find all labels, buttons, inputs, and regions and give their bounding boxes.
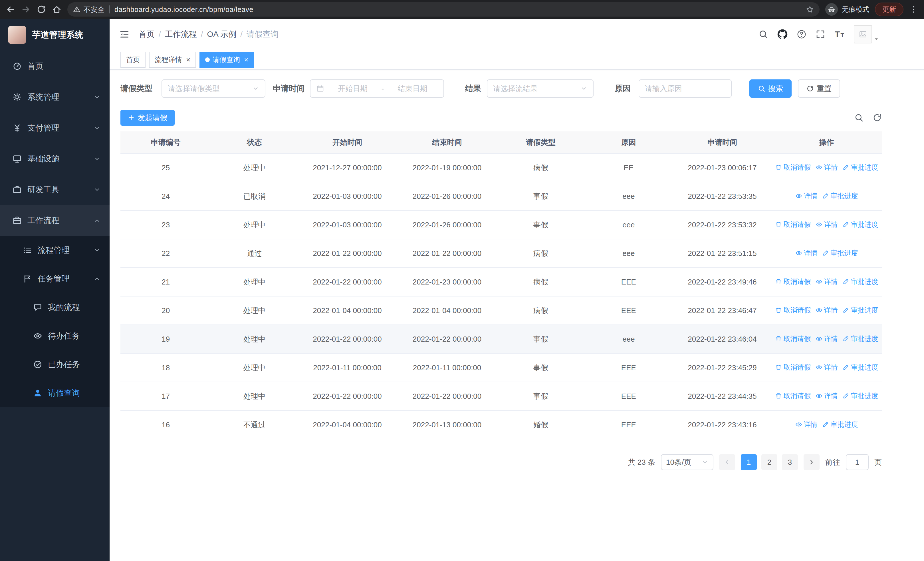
detail-action-link[interactable]: 详情 bbox=[816, 363, 838, 372]
end-date-placeholder: 结束日期 bbox=[387, 84, 438, 94]
cell-apply-time: 2022-01-22 23:53:35 bbox=[673, 182, 771, 211]
leave-type-select[interactable]: 请选择请假类型 bbox=[162, 80, 266, 98]
header-search-button[interactable] bbox=[759, 29, 768, 39]
progress-action-link[interactable]: 审批进度 bbox=[822, 420, 858, 429]
app-logo[interactable]: 芋道管理系统 bbox=[0, 19, 110, 51]
next-page-button[interactable] bbox=[804, 454, 819, 470]
cell-end-time: 2022-01-22 00:00:00 bbox=[397, 239, 497, 268]
breadcrumb-item[interactable]: 首页 bbox=[139, 29, 154, 40]
forward-button[interactable] bbox=[21, 5, 31, 14]
sidebar-item-my-process[interactable]: 我的流程 bbox=[0, 293, 110, 322]
progress-action-link[interactable]: 审批进度 bbox=[842, 220, 878, 229]
reason-input[interactable] bbox=[639, 80, 732, 98]
trash-icon bbox=[775, 164, 782, 171]
reload-button[interactable] bbox=[36, 5, 46, 14]
back-button[interactable] bbox=[6, 5, 15, 14]
help-button[interactable] bbox=[797, 29, 806, 39]
result-select[interactable]: 请选择流结果 bbox=[487, 80, 594, 98]
page-size-select[interactable]: 10条/页 bbox=[661, 454, 713, 470]
reset-button[interactable]: 重置 bbox=[798, 80, 840, 98]
star-icon bbox=[806, 5, 814, 14]
update-button[interactable]: 更新 bbox=[875, 3, 903, 16]
progress-action-link[interactable]: 审批进度 bbox=[842, 334, 878, 343]
sidebar-item-system-mgmt[interactable]: 系统管理 bbox=[0, 82, 110, 113]
progress-action-link[interactable]: 审批进度 bbox=[822, 191, 858, 200]
cell-id: 21 bbox=[120, 268, 211, 296]
progress-action-link[interactable]: 审批进度 bbox=[842, 363, 878, 372]
security-status[interactable]: 不安全 bbox=[73, 5, 105, 14]
cancel-action-link[interactable]: 取消请假 bbox=[775, 334, 811, 343]
tab-close-icon[interactable]: × bbox=[186, 56, 190, 63]
sidebar-item-workflow[interactable]: 工作流程 bbox=[0, 205, 110, 236]
goto-page-input[interactable] bbox=[846, 454, 868, 470]
sidebar-item-leave-query[interactable]: 请假查询 bbox=[0, 379, 110, 407]
page-button-3[interactable]: 3 bbox=[782, 454, 798, 470]
detail-action-link[interactable]: 详情 bbox=[795, 420, 818, 429]
cancel-action-link[interactable]: 取消请假 bbox=[775, 391, 811, 400]
prev-page-button[interactable] bbox=[719, 454, 735, 470]
sidebar-item-task-mgmt[interactable]: 任务管理 bbox=[0, 265, 110, 293]
breadcrumb-item[interactable]: 工作流程 bbox=[165, 29, 197, 40]
detail-action-link[interactable]: 详情 bbox=[795, 248, 818, 258]
sidebar-item-todo-tasks[interactable]: 待办任务 bbox=[0, 322, 110, 350]
sidebar-item-done-tasks[interactable]: 已办任务 bbox=[0, 350, 110, 379]
chevron-down-icon bbox=[252, 85, 259, 92]
user-avatar-menu[interactable] bbox=[854, 25, 879, 44]
table-search-toggle-button[interactable] bbox=[854, 113, 864, 122]
edit-icon bbox=[842, 393, 849, 399]
cancel-action-link[interactable]: 取消请假 bbox=[775, 277, 811, 286]
detail-action-link[interactable]: 详情 bbox=[816, 391, 838, 400]
browser-toolbar: 不安全 dashboard.yudao.iocoder.cn/bpm/oa/le… bbox=[0, 0, 924, 19]
cancel-action-link[interactable]: 取消请假 bbox=[775, 220, 811, 229]
bookmark-star-button[interactable] bbox=[806, 5, 814, 14]
submenu-workflow: 流程管理任务管理我的流程待办任务已办任务请假查询 bbox=[0, 236, 110, 407]
progress-action-link[interactable]: 审批进度 bbox=[842, 277, 878, 286]
browser-menu-button[interactable] bbox=[909, 5, 918, 14]
progress-action-link[interactable]: 审批进度 bbox=[842, 163, 878, 172]
home-button[interactable] bbox=[52, 5, 62, 14]
progress-action-link[interactable]: 审批进度 bbox=[842, 391, 878, 400]
detail-action-link[interactable]: 详情 bbox=[816, 277, 838, 286]
detail-action-link[interactable]: 详情 bbox=[816, 305, 838, 315]
progress-action-link[interactable]: 审批进度 bbox=[822, 248, 858, 258]
cancel-action-link[interactable]: 取消请假 bbox=[775, 163, 811, 172]
tab-home[interactable]: 首页 bbox=[120, 52, 146, 68]
sidebar-item-label: 待办任务 bbox=[48, 331, 80, 341]
cancel-action-link[interactable]: 取消请假 bbox=[775, 363, 811, 372]
sidebar-item-dev-tools[interactable]: 研发工具 bbox=[0, 174, 110, 205]
search-button[interactable]: 搜索 bbox=[749, 80, 792, 98]
sidebar-item-infrastructure[interactable]: 基础设施 bbox=[0, 143, 110, 174]
detail-action-link[interactable]: 详情 bbox=[816, 220, 838, 229]
detail-action-link[interactable]: 详情 bbox=[816, 163, 838, 172]
column-header: 开始时间 bbox=[298, 131, 397, 153]
detail-action-link[interactable]: 详情 bbox=[816, 334, 838, 343]
address-bar[interactable]: 不安全 dashboard.yudao.iocoder.cn/bpm/oa/le… bbox=[68, 2, 819, 17]
sidebar-item-home[interactable]: 首页 bbox=[0, 51, 110, 82]
chevron-down-icon bbox=[94, 186, 100, 193]
progress-action-link[interactable]: 审批进度 bbox=[842, 305, 878, 315]
tab-close-icon[interactable]: × bbox=[244, 56, 248, 63]
chevron-down-icon bbox=[94, 125, 100, 131]
refresh-icon bbox=[873, 113, 882, 122]
detail-action-link[interactable]: 详情 bbox=[795, 191, 818, 200]
trash-icon bbox=[775, 364, 782, 371]
page-button-1[interactable]: 1 bbox=[741, 454, 757, 470]
sidebar-item-process-mgmt[interactable]: 流程管理 bbox=[0, 236, 110, 265]
table-refresh-button[interactable] bbox=[873, 113, 882, 122]
github-link[interactable] bbox=[777, 29, 788, 39]
apply-time-range-picker[interactable]: 开始日期 - 结束日期 bbox=[310, 80, 444, 98]
edit-icon bbox=[822, 250, 829, 257]
cell-id: 24 bbox=[120, 182, 211, 211]
question-icon bbox=[797, 29, 806, 39]
table-toolbar: 发起请假 bbox=[120, 110, 882, 126]
fullscreen-button[interactable] bbox=[816, 29, 825, 39]
sidebar-item-payment-mgmt[interactable]: 支付管理 bbox=[0, 113, 110, 143]
cancel-action-link[interactable]: 取消请假 bbox=[775, 305, 811, 315]
tab-leave-query[interactable]: 请假查询× bbox=[200, 52, 254, 68]
create-leave-button[interactable]: 发起请假 bbox=[120, 110, 175, 126]
font-size-button[interactable]: TT bbox=[834, 29, 844, 39]
sidebar-collapse-button[interactable] bbox=[119, 29, 129, 39]
page-button-2[interactable]: 2 bbox=[761, 454, 777, 470]
tab-process-detail[interactable]: 流程详情× bbox=[149, 52, 196, 68]
breadcrumb-item[interactable]: OA 示例 bbox=[207, 29, 237, 40]
